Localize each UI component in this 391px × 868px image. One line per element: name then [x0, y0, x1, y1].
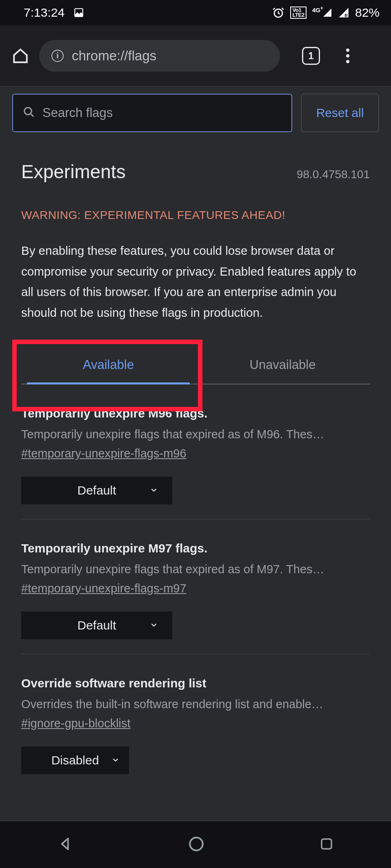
browser-toolbar: i chrome://flags 1	[0, 25, 391, 86]
flag-select-dropdown[interactable]: Default	[21, 612, 172, 639]
version-text: 98.0.4758.101	[297, 168, 370, 181]
nav-back-button[interactable]	[57, 836, 73, 854]
flag-entry: Temporarily unexpire M97 flags. Temporar…	[21, 519, 370, 654]
svg-point-4	[190, 837, 203, 850]
android-nav-bar	[0, 820, 391, 868]
nav-home-button[interactable]	[188, 835, 205, 854]
warning-heading: WARNING: EXPERIMENTAL FEATURES AHEAD!	[21, 209, 370, 222]
android-status-bar: 7:13:24 Vo 1LTE 2 4G+ R 82%	[0, 0, 391, 25]
svg-text:R: R	[344, 13, 348, 18]
url-text: chrome://flags	[72, 48, 156, 64]
flag-description: Overrides the built-in software renderin…	[21, 698, 370, 711]
flag-anchor-link[interactable]: #temporary-unexpire-flags-m97	[21, 582, 187, 595]
flag-select-dropdown[interactable]: Default	[21, 477, 172, 504]
flag-title: Temporarily unexpire M97 flags.	[21, 541, 370, 555]
tab-available[interactable]: Available	[21, 342, 196, 384]
signal-roaming-icon: R	[338, 7, 349, 18]
flag-anchor-link[interactable]: #ignore-gpu-blocklist	[21, 717, 131, 730]
image-icon	[73, 7, 84, 18]
flag-anchor-link[interactable]: #temporary-unexpire-flags-m96	[21, 447, 187, 460]
tabs: Available Unavailable	[21, 342, 370, 384]
alarm-icon	[272, 7, 284, 19]
search-flags-input[interactable]	[42, 106, 282, 120]
battery-text: 82%	[355, 6, 380, 20]
flag-description: Temporarily unexpire flags that expired …	[21, 428, 370, 441]
page-title: Experiments	[21, 161, 126, 183]
flag-entry: Override software rendering list Overrid…	[21, 654, 370, 789]
flag-entry: Temporarily unexpire M96 flags. Temporar…	[21, 384, 370, 519]
flag-title: Temporarily unexpire M96 flags.	[21, 406, 370, 420]
volte-icon: Vo 1LTE 2	[290, 7, 306, 19]
home-button[interactable]	[11, 47, 29, 65]
flag-select-dropdown[interactable]: Disabled	[21, 747, 129, 774]
chevron-down-icon	[111, 753, 120, 767]
overflow-menu-button[interactable]	[342, 44, 353, 67]
nav-recents-button[interactable]	[319, 837, 334, 853]
svg-rect-5	[322, 839, 331, 849]
tab-switcher-button[interactable]: 1	[302, 47, 320, 65]
svg-point-3	[24, 108, 32, 115]
info-icon: i	[51, 50, 64, 62]
chevron-down-icon	[149, 618, 158, 632]
flag-description: Temporarily unexpire flags that expired …	[21, 563, 370, 576]
search-icon	[23, 106, 35, 120]
signal-4g-icon: 4G+	[312, 8, 332, 18]
warning-description: By enabling these features, you could lo…	[21, 241, 370, 323]
flag-title: Override software rendering list	[21, 676, 370, 690]
chevron-down-icon	[149, 484, 158, 497]
search-flags-box[interactable]	[12, 94, 292, 132]
tab-unavailable[interactable]: Unavailable	[196, 342, 370, 384]
status-time: 7:13:24	[24, 6, 64, 20]
url-bar[interactable]: i chrome://flags	[39, 40, 280, 72]
reset-all-button[interactable]: Reset all	[301, 94, 379, 132]
